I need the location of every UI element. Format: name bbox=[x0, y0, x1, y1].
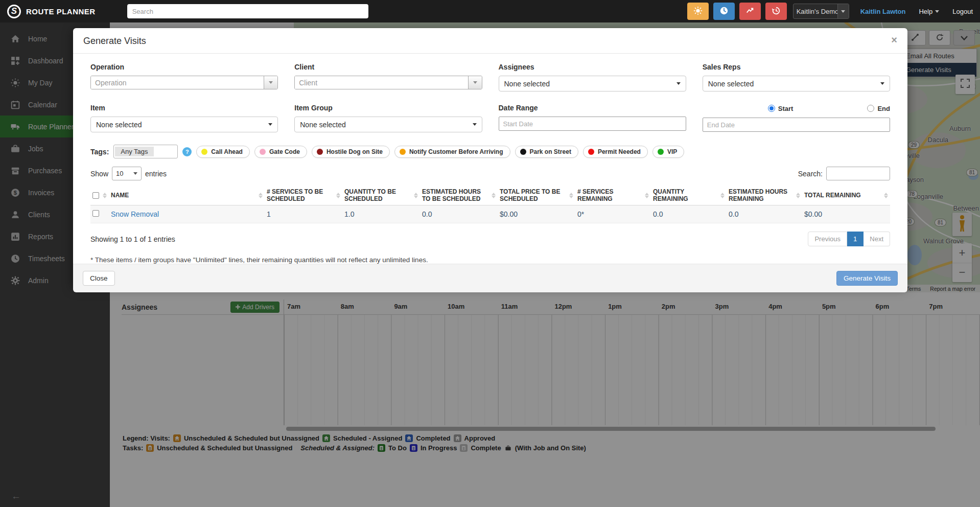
column-header[interactable]: # SERVICES TO BE SCHEDULED bbox=[267, 188, 334, 202]
operation-input[interactable] bbox=[91, 76, 264, 89]
help-label: Help bbox=[919, 8, 932, 15]
account-select[interactable]: Kaitlin's Demo bbox=[793, 4, 849, 19]
tag-pill-vip[interactable]: VIP bbox=[652, 146, 684, 158]
column-header[interactable]: # SERVICES REMAINING bbox=[577, 188, 643, 202]
column-header[interactable]: QUANTITY REMAINING bbox=[653, 188, 718, 202]
table-search-input[interactable] bbox=[826, 167, 890, 180]
item-select-value: None selected bbox=[96, 121, 142, 129]
chevron-down-icon bbox=[473, 123, 477, 126]
assignees-select[interactable]: None selected bbox=[499, 76, 686, 91]
tag-color-dot bbox=[520, 149, 526, 155]
column-header[interactable]: TOTAL REMAINING bbox=[804, 192, 861, 199]
row-checkbox[interactable] bbox=[92, 210, 99, 217]
modal-title: Generate Visits bbox=[83, 36, 146, 47]
item-group-select[interactable]: None selected bbox=[294, 117, 482, 132]
close-button[interactable]: Close bbox=[83, 271, 115, 286]
item-select[interactable]: None selected bbox=[90, 117, 278, 132]
sort-icon[interactable] bbox=[720, 193, 725, 198]
tags-mode-value: Any Tags bbox=[115, 147, 153, 156]
radio-selected-icon bbox=[768, 105, 775, 112]
previous-page-button[interactable]: Previous bbox=[808, 232, 847, 246]
sort-icon[interactable] bbox=[259, 193, 263, 198]
sort-icon[interactable] bbox=[796, 193, 800, 198]
chevron-down-icon bbox=[268, 123, 272, 126]
tag-color-dot bbox=[658, 149, 664, 155]
column-header[interactable]: NAME bbox=[111, 192, 129, 199]
cell-total-price-to-schedule: $0.00 bbox=[498, 205, 575, 223]
operation-dropdown-button[interactable] bbox=[264, 76, 277, 89]
tag-label: Gate Code bbox=[269, 148, 300, 155]
end-radio[interactable]: End bbox=[867, 105, 890, 112]
item-label: Item bbox=[90, 104, 278, 112]
sort-icon[interactable] bbox=[645, 193, 649, 198]
sort-icon[interactable] bbox=[569, 193, 573, 198]
sort-icon[interactable] bbox=[884, 193, 888, 198]
tag-color-dot bbox=[588, 149, 594, 155]
tag-pill-hostile-dog[interactable]: Hostile Dog on Site bbox=[312, 146, 390, 158]
tag-label: Hostile Dog on Site bbox=[326, 148, 383, 155]
tag-pill-permit-needed[interactable]: Permit Needed bbox=[583, 146, 648, 158]
start-date-input[interactable] bbox=[499, 117, 686, 131]
trend-icon bbox=[745, 6, 755, 17]
tag-color-dot bbox=[400, 149, 406, 155]
client-combobox bbox=[294, 76, 482, 89]
sun-mode-button[interactable] bbox=[687, 3, 709, 20]
tag-color-dot bbox=[317, 149, 323, 155]
sort-icon[interactable] bbox=[336, 193, 340, 198]
client-label: Client bbox=[294, 63, 482, 71]
tag-pill-park-on-street[interactable]: Park on Street bbox=[515, 146, 578, 158]
top-navbar: S ROUTE PLANNER Kaitlin's Demo Kaitlin L… bbox=[0, 0, 980, 22]
select-all-checkbox[interactable] bbox=[92, 192, 99, 199]
sort-icon[interactable] bbox=[492, 193, 496, 198]
cell-services-to-schedule: 1 bbox=[265, 205, 342, 223]
generate-visits-modal: Generate Visits × Operation Client Assi bbox=[73, 28, 907, 286]
close-icon[interactable]: × bbox=[891, 36, 897, 44]
tag-pill-notify-customer[interactable]: Notify Customer Before Arriving bbox=[394, 146, 510, 158]
radio-icon bbox=[867, 105, 874, 112]
app-logo-icon: S bbox=[7, 5, 21, 18]
tags-label: Tags: bbox=[90, 148, 109, 156]
chevron-down-icon bbox=[676, 82, 681, 85]
cell-quantity-to-schedule: 1.0 bbox=[342, 205, 420, 223]
current-page-button[interactable]: 1 bbox=[847, 232, 864, 246]
tag-pill-gate-code[interactable]: Gate Code bbox=[254, 146, 307, 158]
start-radio[interactable]: Start bbox=[768, 105, 794, 112]
client-input[interactable] bbox=[295, 76, 468, 89]
tag-pill-call-ahead[interactable]: Call Ahead bbox=[196, 146, 250, 158]
next-page-button[interactable]: Next bbox=[864, 232, 890, 246]
chevron-down-icon bbox=[269, 81, 273, 84]
sales-reps-select[interactable]: None selected bbox=[703, 76, 890, 91]
sort-icon[interactable] bbox=[414, 193, 418, 198]
operation-label: Operation bbox=[90, 63, 278, 71]
tag-label: Park on Street bbox=[530, 148, 571, 155]
brand-title: ROUTE PLANNER bbox=[26, 7, 96, 16]
table-row: Snow Removal 1 1.0 0.0 $0.00 0* 0.0 0.0 … bbox=[90, 205, 890, 223]
help-menu[interactable]: Help bbox=[919, 8, 939, 15]
generate-visits-button[interactable]: Generate Visits bbox=[836, 271, 898, 286]
logout-link[interactable]: Logout bbox=[952, 8, 973, 15]
end-date-input[interactable] bbox=[703, 118, 890, 132]
item-name-link[interactable]: Snow Removal bbox=[111, 210, 159, 218]
clock-button[interactable] bbox=[713, 3, 735, 20]
chevron-down-icon bbox=[880, 82, 884, 85]
chevron-down-icon bbox=[473, 81, 477, 84]
help-icon[interactable]: ? bbox=[182, 147, 192, 156]
table-summary: Showing 1 to 1 of 1 entries bbox=[90, 235, 175, 243]
tags-mode-select[interactable]: Any Tags bbox=[113, 145, 178, 158]
per-page-select[interactable]: 10 bbox=[112, 167, 142, 180]
column-header[interactable]: TOTAL PRICE TO BE SCHEDULED bbox=[500, 188, 567, 202]
user-name-link[interactable]: Kaitlin Lawton bbox=[860, 8, 906, 15]
history-button[interactable] bbox=[765, 3, 787, 20]
column-header[interactable]: ESTIMATED HOURS REMAINING bbox=[729, 188, 794, 202]
sort-icon[interactable] bbox=[103, 193, 107, 198]
column-header[interactable]: ESTIMATED HOURS TO BE SCHEDULED bbox=[422, 188, 489, 202]
chevron-down-icon bbox=[133, 172, 137, 175]
history-icon bbox=[772, 6, 781, 17]
client-dropdown-button[interactable] bbox=[468, 76, 482, 89]
sales-reps-select-value: None selected bbox=[708, 80, 754, 88]
global-search-input[interactable] bbox=[127, 4, 368, 18]
trend-button[interactable] bbox=[739, 3, 761, 20]
sales-reps-label: Sales Reps bbox=[703, 63, 890, 71]
column-header[interactable]: QUANTITY TO BE SCHEDULED bbox=[344, 188, 412, 202]
pagination: Previous 1 Next bbox=[808, 232, 890, 246]
